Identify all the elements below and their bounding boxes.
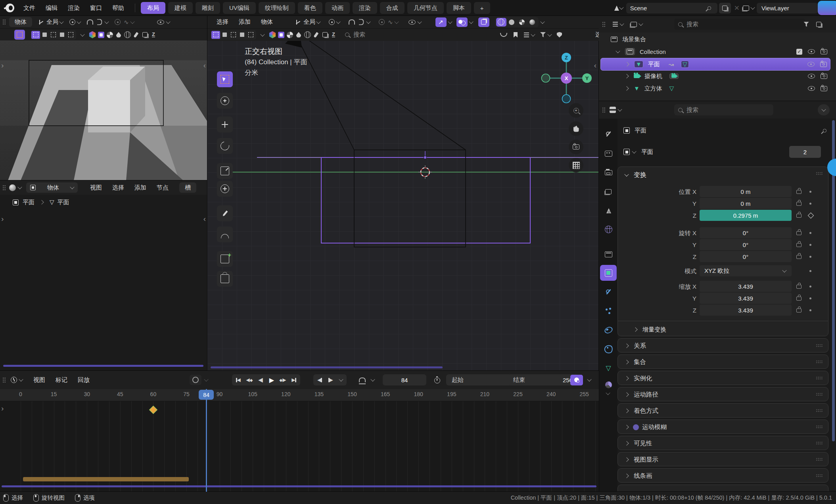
- play-button[interactable]: ▶: [266, 375, 277, 385]
- viewport-search[interactable]: 搜索: [353, 31, 365, 38]
- chevron-down-icon[interactable]: [336, 19, 340, 23]
- extrude-tool[interactable]: [217, 271, 233, 287]
- viewlayer-name[interactable]: ViewLayer: [761, 5, 789, 11]
- outliner-search[interactable]: 搜索: [674, 19, 805, 30]
- workspace-tab-纹理绘制[interactable]: 纹理绘制: [259, 2, 295, 14]
- options-dropdown[interactable]: [818, 104, 830, 115]
- timeline-menu-回放[interactable]: 回放: [73, 371, 95, 389]
- panel-grip[interactable]: [816, 441, 823, 445]
- outliner-row-平面[interactable]: ▼平面↝▽: [600, 58, 830, 71]
- panel-header[interactable]: 关系: [618, 339, 828, 353]
- auto-keying-button[interactable]: [190, 375, 201, 385]
- action-summary-band[interactable]: [23, 477, 189, 481]
- prev-keyframe-button[interactable]: ◀◆: [244, 375, 255, 385]
- workspace-tab-UV编辑[interactable]: UV编辑: [223, 2, 256, 14]
- chevron-down-icon[interactable]: [531, 32, 535, 36]
- display-mode-icon[interactable]: [613, 22, 618, 27]
- chevron-down-icon[interactable]: [469, 19, 473, 23]
- chevron-down-icon[interactable]: [366, 19, 370, 23]
- falloff-curve-icon[interactable]: ∿: [388, 19, 393, 26]
- outliner-root-row[interactable]: 场景集合: [599, 33, 830, 45]
- grip-handle[interactable]: [602, 107, 606, 113]
- menu-帮助[interactable]: 帮助: [107, 0, 129, 16]
- chevron-down-icon[interactable]: [204, 377, 208, 381]
- transform-field-旋转X[interactable]: 0°: [700, 227, 792, 238]
- workspace-tab-布局[interactable]: 布局: [141, 2, 165, 14]
- users-count-badge[interactable]: 2: [789, 146, 821, 158]
- checker-sphere-icon[interactable]: [105, 30, 114, 40]
- mode-dropdown[interactable]: 物体: [9, 17, 32, 27]
- grip-handle[interactable]: [2, 377, 6, 383]
- chevron-down-icon[interactable]: [316, 19, 320, 23]
- transform-field-Y[interactable]: 0°: [700, 239, 792, 250]
- globe-icon[interactable]: [303, 30, 312, 40]
- next-frame-button[interactable]: ▶: [325, 375, 336, 385]
- region-collapse-arrow[interactable]: ‹: [203, 63, 206, 67]
- select-mode-set[interactable]: [31, 31, 40, 39]
- snap-target-icon[interactable]: [359, 19, 364, 25]
- decorator-dot[interactable]: [809, 191, 811, 193]
- select-mode-subtract[interactable]: [229, 31, 238, 39]
- camera-toggle-icon[interactable]: [821, 49, 827, 54]
- workspace-tab-+[interactable]: +: [474, 2, 490, 14]
- grip-handle[interactable]: [2, 185, 6, 191]
- panel-header[interactable]: 运动路径: [618, 387, 828, 402]
- end-frame-field[interactable]: 结束 250: [508, 374, 578, 385]
- droplet-icon[interactable]: [294, 30, 303, 40]
- outliner-item-label[interactable]: 平面: [648, 61, 660, 68]
- menu-编辑[interactable]: 编辑: [40, 0, 63, 16]
- blender-logo-icon[interactable]: [6, 4, 14, 12]
- play-reverse-button[interactable]: ◀: [255, 375, 266, 385]
- panel-grip[interactable]: [816, 376, 823, 380]
- chevron-down-icon[interactable]: [260, 32, 265, 36]
- orientation-label[interactable]: 全局: [303, 18, 315, 26]
- prev-frame-button[interactable]: ◀: [314, 375, 325, 385]
- snap-magnet-icon[interactable]: [349, 19, 355, 25]
- region-expand-arrow[interactable]: ›: [1, 217, 4, 221]
- camera-preview-scene[interactable]: [0, 40, 207, 180]
- jump-to-start-button[interactable]: ◀: [233, 375, 244, 385]
- shading-solid-button[interactable]: [506, 18, 517, 27]
- eye-icon[interactable]: [808, 49, 815, 54]
- annotate-tool[interactable]: [217, 205, 233, 221]
- camera-toggle-icon[interactable]: [821, 86, 827, 91]
- cursor-tool[interactable]: [217, 93, 233, 109]
- chevron-down-icon[interactable]: [130, 19, 134, 23]
- workspace-tab-脚本[interactable]: 脚本: [447, 2, 471, 14]
- scale-tool[interactable]: [217, 163, 233, 179]
- workspace-tab-渲染[interactable]: 渲染: [353, 2, 377, 14]
- chevron-down-icon[interactable]: [394, 19, 399, 23]
- transform-field-Z[interactable]: 0.2975 m: [700, 210, 792, 221]
- breadcrumb-object[interactable]: 平面: [23, 199, 35, 206]
- scene-selector[interactable]: Scene ✕: [614, 0, 743, 16]
- transform-field-Y[interactable]: 3.439: [700, 293, 792, 304]
- lock-icon[interactable]: [796, 214, 801, 218]
- lock-icon[interactable]: [796, 231, 801, 235]
- panel-header[interactable]: 可见性: [618, 436, 828, 450]
- lock-icon[interactable]: [796, 309, 801, 312]
- editor-type-icon[interactable]: [610, 107, 616, 113]
- panel-grip[interactable]: [816, 344, 823, 347]
- outliner-item-label[interactable]: 立方体: [644, 85, 662, 92]
- panel-grip[interactable]: [816, 425, 823, 429]
- panel-grip[interactable]: [816, 458, 823, 461]
- menu-渲染[interactable]: 渲染: [63, 0, 85, 16]
- proportional-edit-icon[interactable]: [115, 19, 121, 25]
- pin-icon[interactable]: [822, 128, 827, 133]
- panel-线条画[interactable]: 线条画: [617, 468, 828, 483]
- checkbox-icon[interactable]: ✓: [796, 49, 802, 55]
- chevron-down-icon[interactable]: [339, 377, 343, 381]
- transform-tool[interactable]: [217, 181, 233, 197]
- chevron-down-icon[interactable]: [370, 377, 375, 381]
- tab-scene[interactable]: [600, 202, 617, 218]
- tab-physics[interactable]: [600, 322, 617, 338]
- workspace-tab-建模[interactable]: 建模: [168, 2, 193, 14]
- shield-icon[interactable]: [557, 32, 562, 38]
- horizontal-scrollbar[interactable]: [3, 365, 203, 367]
- delta-transform-panel-header[interactable]: 增量变换: [634, 324, 666, 335]
- scene-copy-button[interactable]: [719, 3, 731, 13]
- chevron-down-icon[interactable]: [417, 19, 422, 23]
- chevron-down-icon[interactable]: [619, 21, 624, 26]
- tab-object[interactable]: [600, 265, 617, 281]
- panel-header[interactable]: 线条画: [618, 469, 828, 483]
